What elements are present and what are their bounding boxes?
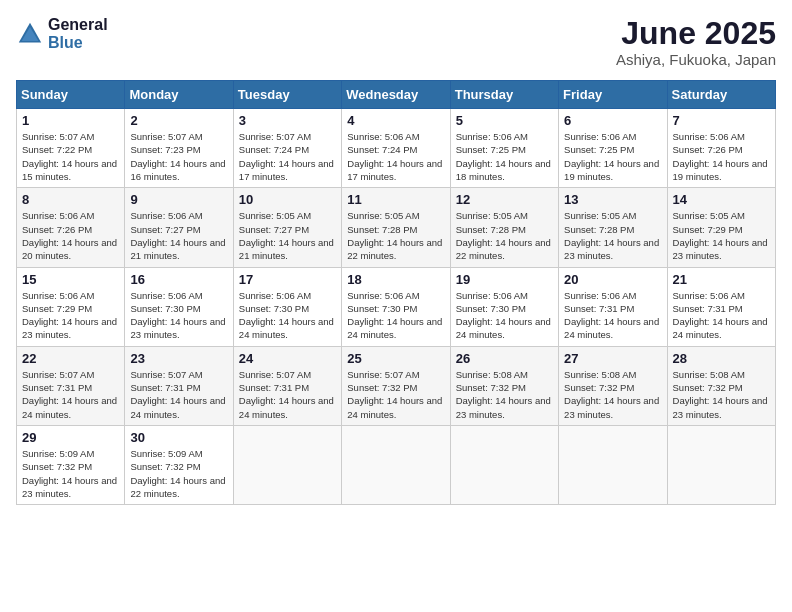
month-title: June 2025	[616, 16, 776, 51]
day-info-7: Sunrise: 5:06 AM Sunset: 7:26 PM Dayligh…	[673, 130, 770, 183]
day-info-21: Sunrise: 5:06 AM Sunset: 7:31 PM Dayligh…	[673, 289, 770, 342]
day-number-10: 10	[239, 192, 336, 207]
day-number-2: 2	[130, 113, 227, 128]
day-number-20: 20	[564, 272, 661, 287]
day-number-5: 5	[456, 113, 553, 128]
day-cell-26: 26 Sunrise: 5:08 AM Sunset: 7:32 PM Dayl…	[450, 346, 558, 425]
day-number-21: 21	[673, 272, 770, 287]
col-saturday: Saturday	[667, 81, 775, 109]
day-info-16: Sunrise: 5:06 AM Sunset: 7:30 PM Dayligh…	[130, 289, 227, 342]
day-cell-29: 29 Sunrise: 5:09 AM Sunset: 7:32 PM Dayl…	[17, 425, 125, 504]
day-cell-12: 12 Sunrise: 5:05 AM Sunset: 7:28 PM Dayl…	[450, 188, 558, 267]
calendar-week-1: 1 Sunrise: 5:07 AM Sunset: 7:22 PM Dayli…	[17, 109, 776, 188]
day-info-6: Sunrise: 5:06 AM Sunset: 7:25 PM Dayligh…	[564, 130, 661, 183]
day-cell-10: 10 Sunrise: 5:05 AM Sunset: 7:27 PM Dayl…	[233, 188, 341, 267]
calendar-week-3: 15 Sunrise: 5:06 AM Sunset: 7:29 PM Dayl…	[17, 267, 776, 346]
logo-text: General Blue	[48, 16, 108, 51]
day-cell-6: 6 Sunrise: 5:06 AM Sunset: 7:25 PM Dayli…	[559, 109, 667, 188]
day-info-5: Sunrise: 5:06 AM Sunset: 7:25 PM Dayligh…	[456, 130, 553, 183]
day-info-11: Sunrise: 5:05 AM Sunset: 7:28 PM Dayligh…	[347, 209, 444, 262]
day-cell-22: 22 Sunrise: 5:07 AM Sunset: 7:31 PM Dayl…	[17, 346, 125, 425]
day-info-24: Sunrise: 5:07 AM Sunset: 7:31 PM Dayligh…	[239, 368, 336, 421]
day-cell-15: 15 Sunrise: 5:06 AM Sunset: 7:29 PM Dayl…	[17, 267, 125, 346]
day-info-26: Sunrise: 5:08 AM Sunset: 7:32 PM Dayligh…	[456, 368, 553, 421]
day-number-17: 17	[239, 272, 336, 287]
day-number-4: 4	[347, 113, 444, 128]
day-info-22: Sunrise: 5:07 AM Sunset: 7:31 PM Dayligh…	[22, 368, 119, 421]
day-info-30: Sunrise: 5:09 AM Sunset: 7:32 PM Dayligh…	[130, 447, 227, 500]
col-friday: Friday	[559, 81, 667, 109]
day-number-24: 24	[239, 351, 336, 366]
day-info-13: Sunrise: 5:05 AM Sunset: 7:28 PM Dayligh…	[564, 209, 661, 262]
day-number-13: 13	[564, 192, 661, 207]
day-info-29: Sunrise: 5:09 AM Sunset: 7:32 PM Dayligh…	[22, 447, 119, 500]
day-cell-30: 30 Sunrise: 5:09 AM Sunset: 7:32 PM Dayl…	[125, 425, 233, 504]
logo-icon	[16, 20, 44, 48]
day-cell-1: 1 Sunrise: 5:07 AM Sunset: 7:22 PM Dayli…	[17, 109, 125, 188]
empty-cell	[342, 425, 450, 504]
day-number-9: 9	[130, 192, 227, 207]
day-number-28: 28	[673, 351, 770, 366]
day-info-10: Sunrise: 5:05 AM Sunset: 7:27 PM Dayligh…	[239, 209, 336, 262]
day-info-12: Sunrise: 5:05 AM Sunset: 7:28 PM Dayligh…	[456, 209, 553, 262]
day-number-22: 22	[22, 351, 119, 366]
calendar-header-row: Sunday Monday Tuesday Wednesday Thursday…	[17, 81, 776, 109]
day-info-2: Sunrise: 5:07 AM Sunset: 7:23 PM Dayligh…	[130, 130, 227, 183]
col-monday: Monday	[125, 81, 233, 109]
day-info-20: Sunrise: 5:06 AM Sunset: 7:31 PM Dayligh…	[564, 289, 661, 342]
day-number-8: 8	[22, 192, 119, 207]
day-cell-23: 23 Sunrise: 5:07 AM Sunset: 7:31 PM Dayl…	[125, 346, 233, 425]
day-info-1: Sunrise: 5:07 AM Sunset: 7:22 PM Dayligh…	[22, 130, 119, 183]
day-number-14: 14	[673, 192, 770, 207]
day-cell-17: 17 Sunrise: 5:06 AM Sunset: 7:30 PM Dayl…	[233, 267, 341, 346]
day-info-27: Sunrise: 5:08 AM Sunset: 7:32 PM Dayligh…	[564, 368, 661, 421]
day-cell-8: 8 Sunrise: 5:06 AM Sunset: 7:26 PM Dayli…	[17, 188, 125, 267]
day-number-23: 23	[130, 351, 227, 366]
day-cell-27: 27 Sunrise: 5:08 AM Sunset: 7:32 PM Dayl…	[559, 346, 667, 425]
day-info-8: Sunrise: 5:06 AM Sunset: 7:26 PM Dayligh…	[22, 209, 119, 262]
day-number-19: 19	[456, 272, 553, 287]
calendar-week-2: 8 Sunrise: 5:06 AM Sunset: 7:26 PM Dayli…	[17, 188, 776, 267]
calendar-week-4: 22 Sunrise: 5:07 AM Sunset: 7:31 PM Dayl…	[17, 346, 776, 425]
day-number-12: 12	[456, 192, 553, 207]
day-number-16: 16	[130, 272, 227, 287]
day-cell-13: 13 Sunrise: 5:05 AM Sunset: 7:28 PM Dayl…	[559, 188, 667, 267]
day-info-9: Sunrise: 5:06 AM Sunset: 7:27 PM Dayligh…	[130, 209, 227, 262]
day-cell-21: 21 Sunrise: 5:06 AM Sunset: 7:31 PM Dayl…	[667, 267, 775, 346]
day-info-17: Sunrise: 5:06 AM Sunset: 7:30 PM Dayligh…	[239, 289, 336, 342]
logo-blue-text: Blue	[48, 34, 108, 52]
day-number-15: 15	[22, 272, 119, 287]
day-cell-11: 11 Sunrise: 5:05 AM Sunset: 7:28 PM Dayl…	[342, 188, 450, 267]
day-cell-3: 3 Sunrise: 5:07 AM Sunset: 7:24 PM Dayli…	[233, 109, 341, 188]
calendar-body: 1 Sunrise: 5:07 AM Sunset: 7:22 PM Dayli…	[17, 109, 776, 505]
day-number-26: 26	[456, 351, 553, 366]
day-info-15: Sunrise: 5:06 AM Sunset: 7:29 PM Dayligh…	[22, 289, 119, 342]
calendar-table: Sunday Monday Tuesday Wednesday Thursday…	[16, 80, 776, 505]
location: Ashiya, Fukuoka, Japan	[616, 51, 776, 68]
day-number-7: 7	[673, 113, 770, 128]
page-header: General Blue June 2025 Ashiya, Fukuoka, …	[16, 16, 776, 68]
col-sunday: Sunday	[17, 81, 125, 109]
day-cell-20: 20 Sunrise: 5:06 AM Sunset: 7:31 PM Dayl…	[559, 267, 667, 346]
title-block: June 2025 Ashiya, Fukuoka, Japan	[616, 16, 776, 68]
day-cell-7: 7 Sunrise: 5:06 AM Sunset: 7:26 PM Dayli…	[667, 109, 775, 188]
day-number-11: 11	[347, 192, 444, 207]
day-cell-5: 5 Sunrise: 5:06 AM Sunset: 7:25 PM Dayli…	[450, 109, 558, 188]
day-info-18: Sunrise: 5:06 AM Sunset: 7:30 PM Dayligh…	[347, 289, 444, 342]
day-number-25: 25	[347, 351, 444, 366]
day-number-18: 18	[347, 272, 444, 287]
day-cell-24: 24 Sunrise: 5:07 AM Sunset: 7:31 PM Dayl…	[233, 346, 341, 425]
day-cell-28: 28 Sunrise: 5:08 AM Sunset: 7:32 PM Dayl…	[667, 346, 775, 425]
day-info-4: Sunrise: 5:06 AM Sunset: 7:24 PM Dayligh…	[347, 130, 444, 183]
day-info-23: Sunrise: 5:07 AM Sunset: 7:31 PM Dayligh…	[130, 368, 227, 421]
logo: General Blue	[16, 16, 108, 51]
day-cell-4: 4 Sunrise: 5:06 AM Sunset: 7:24 PM Dayli…	[342, 109, 450, 188]
day-cell-18: 18 Sunrise: 5:06 AM Sunset: 7:30 PM Dayl…	[342, 267, 450, 346]
day-info-19: Sunrise: 5:06 AM Sunset: 7:30 PM Dayligh…	[456, 289, 553, 342]
day-number-29: 29	[22, 430, 119, 445]
day-cell-16: 16 Sunrise: 5:06 AM Sunset: 7:30 PM Dayl…	[125, 267, 233, 346]
day-info-28: Sunrise: 5:08 AM Sunset: 7:32 PM Dayligh…	[673, 368, 770, 421]
day-number-1: 1	[22, 113, 119, 128]
empty-cell	[559, 425, 667, 504]
col-wednesday: Wednesday	[342, 81, 450, 109]
